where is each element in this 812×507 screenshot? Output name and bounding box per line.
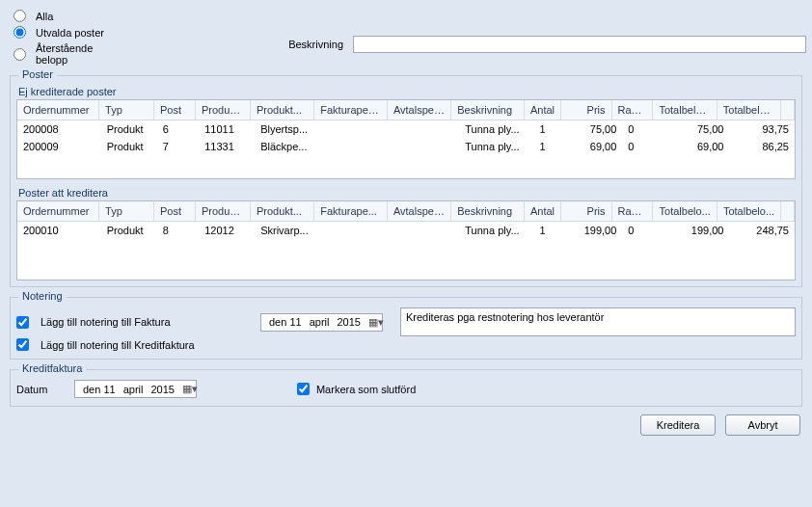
cell: 200008 (17, 121, 101, 137)
col-rabatt[interactable]: Rabatt (612, 201, 654, 221)
kreditfaktura-group: Kreditfaktura Datum den 11 april 2015 ▦▾… (10, 369, 802, 407)
cell: Produkt (101, 223, 157, 238)
dp-day: den 11 (79, 384, 120, 395)
top-grid: Ordernummer Typ Post Produkt... Produkt.… (16, 99, 796, 179)
cell: Tunna ply... (459, 121, 533, 137)
chk-kreditfaktura[interactable] (16, 338, 29, 351)
col-end (781, 100, 795, 120)
radio-aterstaende[interactable] (14, 48, 26, 61)
col-produktben[interactable]: Produkt... (251, 100, 314, 120)
col-typ[interactable]: Typ (99, 100, 154, 120)
poster-group: Poster Ej krediterade poster Ordernummer… (10, 75, 802, 287)
top-section-title: Ej krediterade poster (18, 86, 796, 97)
cell: 248,75 (729, 223, 795, 238)
col-rabatt[interactable]: Rabatt (612, 100, 654, 120)
bottom-grid-body: 200010Produkt812012Skrivarp...Tunna ply.… (17, 222, 795, 280)
col-pris[interactable]: Pris (561, 201, 611, 221)
cell: 199,00 (664, 223, 730, 238)
col-beskrivning[interactable]: Beskrivning (451, 100, 525, 120)
calendar-icon[interactable]: ▦▾ (365, 316, 380, 329)
poster-title: Poster (18, 68, 57, 80)
col-beskrivning[interactable]: Beskrivning (451, 201, 525, 221)
cell: 0 (622, 121, 664, 137)
cell: 200010 (17, 223, 101, 238)
notering-textarea[interactable] (400, 307, 796, 336)
cell: Tunna ply... (459, 139, 533, 154)
col-avtalsperiod[interactable]: Avtalsperiod (388, 100, 451, 120)
col-totalbelopp1[interactable]: Totalbelo... (653, 201, 717, 221)
radio-utvalda[interactable] (14, 26, 26, 39)
col-totalbelopp1[interactable]: Totalbelop... (653, 100, 717, 120)
chk-faktura[interactable] (16, 316, 29, 329)
radio-utvalda-label: Utvalda poster (36, 27, 104, 39)
col-fakturaperiod[interactable]: Fakturaperiod (314, 100, 388, 120)
beskrivning-label: Beskrivning (288, 39, 343, 50)
col-ordernummer[interactable]: Ordernummer (17, 100, 99, 120)
cell (394, 139, 460, 154)
col-end (781, 201, 795, 221)
col-totalbelopp2[interactable]: Totalbelo... (717, 201, 781, 221)
radio-aterstaende-label: Återstående belopp (36, 42, 109, 66)
cell: 199,00 (571, 223, 622, 238)
dp-year: 2015 (333, 316, 364, 328)
cell: 69,00 (664, 139, 730, 154)
cell: 75,00 (571, 121, 622, 137)
cell: 200009 (17, 139, 101, 154)
col-fakturaperiod[interactable]: Fakturape... (314, 201, 388, 221)
cell: Skrivarp... (255, 223, 320, 238)
datum-label: Datum (16, 384, 65, 395)
col-produktgrupp[interactable]: Produkt... (196, 100, 251, 120)
bottom-grid-header: Ordernummer Typ Post Produkt... Produkt.… (17, 201, 795, 222)
col-pris[interactable]: Pris (561, 100, 611, 120)
table-row[interactable]: 200009Produkt711331Bläckpe...Tunna ply..… (17, 138, 795, 155)
calendar-icon[interactable]: ▦▾ (178, 383, 194, 395)
cell (394, 121, 460, 137)
col-antal[interactable]: Antal (525, 100, 561, 120)
col-post[interactable]: Post (154, 100, 196, 120)
dp-day: den 11 (265, 316, 306, 328)
col-typ[interactable]: Typ (99, 201, 154, 221)
kreditfaktura-datepicker[interactable]: den 11 april 2015 ▦▾ (74, 380, 197, 398)
cell: 1 (533, 139, 571, 154)
notering-datepicker[interactable]: den 11 april 2015 ▦▾ (260, 313, 383, 332)
col-produktgrupp[interactable]: Produkt... (196, 201, 251, 221)
col-antal[interactable]: Antal (525, 201, 561, 221)
cell (320, 139, 394, 154)
kreditfaktura-title: Kreditfaktura (18, 362, 86, 374)
cell: 0 (622, 139, 664, 154)
cell: 6 (157, 121, 200, 137)
kreditera-button[interactable]: Kreditera (640, 414, 716, 436)
cell: 69,00 (571, 139, 622, 154)
chk-markera-label: Markera som slutförd (316, 384, 416, 395)
cell: 1 (533, 121, 571, 137)
cell: 75,00 (664, 121, 730, 137)
cell: 1 (533, 223, 571, 238)
col-avtalsperiod[interactable]: Avtalsperiod (388, 201, 451, 221)
chk-kreditfaktura-label: Lägg till notering till Kreditfaktura (41, 339, 195, 351)
radio-alla[interactable] (14, 10, 26, 22)
col-ordernummer[interactable]: Ordernummer (17, 201, 99, 221)
col-produktben[interactable]: Produkt... (251, 201, 314, 221)
chk-faktura-label: Lägg till notering till Faktura (41, 316, 214, 328)
cell: 8 (157, 223, 200, 238)
table-row[interactable]: 200008Produkt611011Blyertsp...Tunna ply.… (17, 120, 795, 138)
beskrivning-input[interactable] (353, 36, 806, 53)
table-row[interactable]: 200010Produkt812012Skrivarp...Tunna ply.… (17, 222, 795, 239)
dp-month: april (306, 316, 334, 328)
col-totalbelopp2[interactable]: Totalbelop... (717, 100, 781, 120)
cell: Blyertsp... (255, 121, 320, 137)
cell: 86,25 (729, 139, 795, 154)
avbryt-button[interactable]: Avbryt (725, 414, 800, 436)
cell: Bläckpe... (255, 139, 320, 154)
notering-title: Notering (18, 290, 67, 302)
cell: 11331 (199, 139, 255, 154)
cell (394, 223, 460, 238)
cell: 11011 (199, 121, 255, 137)
notering-group: Notering Lägg till notering till Faktura… (10, 297, 802, 360)
chk-markera[interactable] (297, 383, 310, 395)
col-post[interactable]: Post (154, 201, 196, 221)
cell: 0 (622, 223, 664, 238)
bottom-grid: Ordernummer Typ Post Produkt... Produkt.… (16, 200, 796, 280)
bottom-section-title: Poster att kreditera (18, 187, 796, 199)
top-grid-body: 200008Produkt611011Blyertsp...Tunna ply.… (17, 120, 795, 178)
